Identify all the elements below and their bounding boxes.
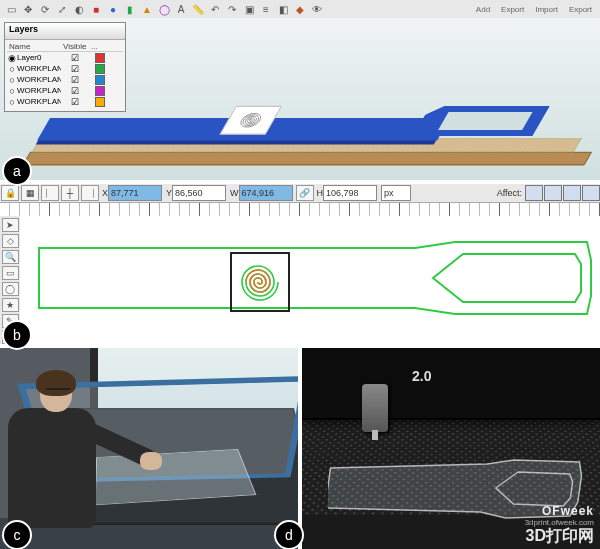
tool-rotate-icon[interactable]: ⟳	[38, 2, 52, 16]
tool-undo-icon[interactable]: ↶	[208, 2, 222, 16]
layer-row[interactable]: ○WORKPLANE1☑	[7, 74, 123, 85]
tool-scale-icon[interactable]: ⤢	[55, 2, 69, 16]
tool-text-icon[interactable]: A	[174, 2, 188, 16]
tool-star-icon[interactable]: ★	[2, 298, 19, 312]
lock-icon[interactable]: 🔒	[1, 185, 19, 201]
subfigure-label-c: c	[2, 520, 32, 549]
tool-view-icon[interactable]: 👁	[310, 2, 324, 16]
coord-x-input[interactable]: 87,771	[108, 185, 162, 201]
units-select[interactable]: px	[381, 185, 411, 201]
layer-name: WORKPLANE3	[17, 97, 61, 106]
tool-material-icon[interactable]: ◆	[293, 2, 307, 16]
coord-w-input[interactable]: 674,916	[239, 185, 293, 201]
tool-pointer-icon[interactable]: ➤	[2, 218, 19, 232]
tool-redo-icon[interactable]: ↷	[225, 2, 239, 16]
vector-canvas[interactable]	[20, 216, 600, 344]
affect-btn-4[interactable]	[582, 185, 600, 201]
tool-node-icon[interactable]: ◇	[2, 234, 19, 248]
operator-person	[0, 370, 120, 540]
watermark: OFweek 3dprint.ofweek.com 3D打印网	[525, 505, 594, 545]
layer-radio-icon[interactable]: ○	[7, 64, 17, 74]
affect-label: Affect:	[497, 188, 522, 198]
tool-rect-icon[interactable]: ▭	[2, 266, 19, 280]
ground-plane	[22, 152, 592, 165]
layer-name: WORKPLANE1	[17, 75, 61, 84]
affect-btn-3[interactable]	[563, 185, 581, 201]
vector-options-toolbar: 🔒 ▦ ⎸ ┼ ⎹ X 87,771 Y 86,560 W 674,916 🔗 …	[0, 184, 600, 203]
subfigure-label-a: a	[2, 156, 32, 186]
layer-visible-checkbox[interactable]: ☑	[61, 75, 89, 85]
subfigure-label-d: d	[274, 520, 304, 549]
layer-radio-icon[interactable]: ◉	[7, 53, 17, 63]
layer-row[interactable]: ○WORKPLANE2☑	[7, 85, 123, 96]
affect-btn-2[interactable]	[544, 185, 562, 201]
layer-color-swatch[interactable]	[95, 64, 105, 74]
coil-bounding-box[interactable]	[230, 252, 290, 312]
menu-export2[interactable]: Export	[569, 5, 592, 14]
align-center-icon[interactable]: ┼	[61, 185, 79, 201]
menu-export[interactable]: Export	[501, 5, 524, 14]
tool-torus-icon[interactable]: ◯	[157, 2, 171, 16]
layer-color-swatch[interactable]	[95, 75, 105, 85]
layers-col-more: ...	[91, 42, 121, 51]
menu-import[interactable]: Import	[535, 5, 558, 14]
layers-col-visible: Visible	[63, 42, 91, 51]
operator-hand	[140, 452, 162, 470]
panel-d-photo-cutting: 2.0 OFweek 3dprint.ofweek.com 3D打印网	[302, 348, 600, 549]
layers-panel[interactable]: Layers Name Visible ... ◉Layer0☑○WORKPLA…	[4, 22, 126, 112]
layer-row[interactable]: ○WORKPLANE☑	[7, 63, 123, 74]
layer-color-swatch[interactable]	[95, 86, 105, 96]
layer-color-swatch[interactable]	[95, 97, 105, 107]
layer-visible-checkbox[interactable]: ☑	[61, 97, 89, 107]
tool-move-icon[interactable]: ✥	[21, 2, 35, 16]
gauge-reading: 2.0	[412, 368, 431, 384]
watermark-brand: OFweek	[525, 505, 594, 518]
model-body-handle[interactable]	[413, 106, 550, 136]
panel-c-photo-loading	[0, 348, 298, 549]
align-right-icon[interactable]: ⎹	[81, 185, 99, 201]
tool-align-icon[interactable]: ≡	[259, 2, 273, 16]
tool-cone-icon[interactable]: ▲	[140, 2, 154, 16]
layer-row[interactable]: ◉Layer0☑	[7, 52, 123, 63]
layers-col-name: Name	[7, 42, 63, 51]
tool-mirror-icon[interactable]: ◧	[276, 2, 290, 16]
laser-head-nozzle	[362, 384, 388, 432]
tool-group-icon[interactable]: ▣	[242, 2, 256, 16]
layer-visible-checkbox[interactable]: ☑	[61, 53, 89, 63]
tool-paint-icon[interactable]: ◐	[72, 2, 86, 16]
layer-name: Layer0	[17, 53, 61, 62]
panel-b-2d-vector: 🔒 ▦ ⎸ ┼ ⎹ X 87,771 Y 86,560 W 674,916 🔗 …	[0, 184, 600, 348]
coord-y-input[interactable]: 86,560	[172, 185, 226, 201]
tool-select-icon[interactable]: ▭	[4, 2, 18, 16]
tool-sphere-icon[interactable]: ●	[106, 2, 120, 16]
spiral-coil-path	[238, 260, 282, 304]
panel-a-3d-cad: ▭ ✥ ⟳ ⤢ ◐ ■ ● ▮ ▲ ◯ A 📏 ↶ ↷ ▣ ≡ ◧ ◆ 👁 Ad…	[0, 0, 600, 184]
layer-radio-icon[interactable]: ○	[7, 86, 17, 96]
coord-w-label: W	[230, 188, 239, 198]
tool-cyl-icon[interactable]: ▮	[123, 2, 137, 16]
tool-box-icon[interactable]: ■	[89, 2, 103, 16]
layer-radio-icon[interactable]: ○	[7, 75, 17, 85]
layer-visible-checkbox[interactable]: ☑	[61, 86, 89, 96]
watermark-url: 3dprint.ofweek.com	[525, 519, 594, 528]
spiral-coil-icon	[232, 111, 269, 131]
layer-name: WORKPLANE2	[17, 86, 61, 95]
subfigure-label-b: b	[2, 320, 32, 350]
link-wh-icon[interactable]: 🔗	[296, 185, 314, 201]
layer-radio-icon[interactable]: ○	[7, 97, 17, 107]
cut-outline-path[interactable]	[35, 240, 595, 316]
layer-visible-checkbox[interactable]: ☑	[61, 64, 89, 74]
layer-row[interactable]: ○WORKPLANE3☑	[7, 96, 123, 107]
layer-color-swatch[interactable]	[95, 53, 105, 63]
tool-ellipse-icon[interactable]: ◯	[2, 282, 19, 296]
menu-add[interactable]: Add	[476, 5, 490, 14]
coord-h-input[interactable]: 106,798	[323, 185, 377, 201]
affect-btn-1[interactable]	[525, 185, 543, 201]
tool-measure-icon[interactable]: 📏	[191, 2, 205, 16]
laser-gantry	[302, 348, 600, 420]
align-left-icon[interactable]: ⎸	[41, 185, 59, 201]
snap-grid-icon[interactable]: ▦	[21, 185, 39, 201]
cad-main-toolbar: ▭ ✥ ⟳ ⤢ ◐ ■ ● ▮ ▲ ◯ A 📏 ↶ ↷ ▣ ≡ ◧ ◆ 👁 Ad…	[0, 0, 600, 19]
tool-zoom-icon[interactable]: 🔍	[2, 250, 19, 264]
layers-panel-title: Layers	[5, 23, 125, 40]
